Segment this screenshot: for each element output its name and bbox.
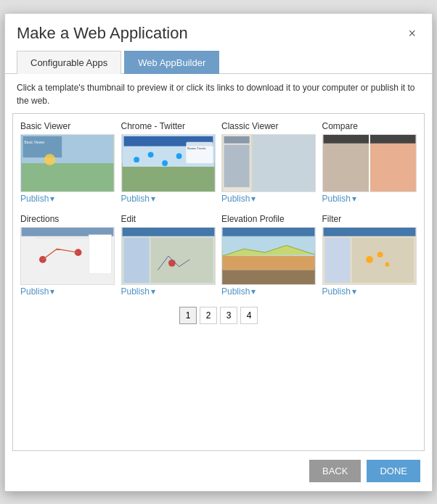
publish-button-elevation-profile[interactable]: Publish ▾: [221, 285, 256, 298]
app-label: Chrome - Twitter: [121, 121, 185, 131]
tab-web-appbuilder[interactable]: Web AppBuilder: [124, 51, 219, 74]
app-thumbnail-compare[interactable]: [322, 134, 417, 192]
svg-point-9: [147, 152, 153, 157]
svg-point-34: [168, 259, 176, 266]
done-button[interactable]: DONE: [367, 460, 420, 482]
app-thumbnail-chrome-twitter[interactable]: Boston Trends: [121, 134, 216, 192]
publish-button-basic-viewer[interactable]: Publish ▾: [20, 192, 54, 205]
app-label: Classic Viewer: [221, 121, 278, 131]
svg-text:Basic Viewer: Basic Viewer: [25, 140, 45, 144]
app-label: Edit: [121, 214, 136, 224]
svg-rect-32: [123, 237, 149, 282]
svg-point-8: [134, 157, 139, 162]
tab-bar: Configurable Apps Web AppBuilder: [5, 50, 432, 74]
svg-rect-33: [150, 237, 213, 282]
app-label: Basic Viewer: [20, 121, 70, 131]
svg-text:Boston Trends: Boston Trends: [187, 146, 205, 149]
publish-button-classic-viewer[interactable]: Publish ▾: [221, 192, 256, 205]
page-1-button[interactable]: 1: [179, 307, 197, 324]
svg-point-10: [162, 160, 168, 166]
svg-rect-38: [223, 270, 315, 284]
page-4-button[interactable]: 4: [240, 307, 258, 324]
app-item-edit: Edit Publish ▾: [121, 214, 216, 298]
app-thumbnail-directions[interactable]: [20, 227, 115, 285]
svg-rect-1: [22, 163, 114, 191]
description-text: Click a template's thumbnail to preview …: [5, 74, 432, 113]
svg-point-43: [366, 256, 373, 263]
apps-grid: Basic Viewer Basic Viewer Publish ▾: [20, 121, 417, 298]
tab-configurable-apps[interactable]: Configurable Apps: [17, 51, 121, 74]
svg-rect-6: [122, 166, 214, 191]
publish-button-chrome-twitter[interactable]: Publish ▾: [121, 192, 155, 205]
publish-button-compare[interactable]: Publish ▾: [322, 192, 356, 205]
svg-rect-31: [122, 228, 214, 236]
app-thumbnail-elevation-profile[interactable]: [221, 227, 316, 285]
pagination: 1 2 3 4: [20, 307, 417, 324]
make-web-app-dialog: Make a Web Application × Configurable Ap…: [4, 13, 433, 492]
app-item-directions: Directions Publish ▾: [20, 214, 115, 298]
dialog-footer: BACK DONE: [5, 451, 432, 491]
app-thumbnail-classic-viewer[interactable]: [221, 134, 316, 192]
app-item-classic-viewer: Classic Viewer Publish ▾: [221, 121, 316, 205]
app-thumbnail-filter[interactable]: [322, 227, 417, 285]
app-label: Compare: [322, 121, 358, 131]
page-2-button[interactable]: 2: [200, 307, 217, 324]
svg-rect-36: [223, 228, 315, 236]
app-label: Elevation Profile: [221, 214, 285, 224]
dialog-header: Make a Web Application ×: [5, 14, 432, 50]
svg-rect-12: [186, 141, 213, 162]
publish-button-filter[interactable]: Publish ▾: [322, 285, 356, 298]
svg-rect-18: [224, 144, 250, 187]
app-item-chrome-twitter: Chrome - Twitter Boston Trends: [121, 121, 216, 205]
apps-grid-container: Basic Viewer Basic Viewer Publish ▾: [12, 113, 425, 451]
app-thumbnail-edit[interactable]: [121, 227, 216, 285]
app-item-basic-viewer: Basic Viewer Basic Viewer Publish ▾: [20, 121, 115, 205]
svg-rect-17: [224, 136, 250, 143]
svg-point-3: [44, 154, 56, 165]
page-3-button[interactable]: 3: [220, 307, 237, 324]
app-item-compare: Compare Publish ▾: [322, 121, 417, 205]
svg-rect-29: [89, 234, 111, 273]
publish-button-edit[interactable]: Publish ▾: [121, 285, 155, 298]
svg-rect-2: [23, 136, 62, 157]
close-button[interactable]: ×: [404, 25, 420, 41]
app-label: Filter: [322, 214, 342, 224]
svg-rect-37: [223, 256, 315, 270]
svg-point-45: [385, 262, 389, 266]
app-item-elevation-profile: Elevation Profile Publish ▾: [221, 214, 316, 298]
app-label: Directions: [20, 214, 59, 224]
svg-point-11: [176, 153, 181, 159]
svg-rect-40: [323, 228, 415, 236]
app-thumbnail-basic-viewer[interactable]: Basic Viewer: [20, 134, 115, 192]
svg-rect-41: [324, 237, 350, 282]
svg-rect-42: [351, 237, 414, 282]
svg-rect-16: [253, 135, 315, 191]
dialog-title: Make a Web Application: [17, 24, 188, 43]
app-item-filter: Filter Publish ▾: [322, 214, 417, 298]
back-button[interactable]: BACK: [309, 460, 361, 482]
svg-point-44: [377, 252, 383, 257]
publish-button-directions[interactable]: Publish ▾: [20, 285, 54, 298]
